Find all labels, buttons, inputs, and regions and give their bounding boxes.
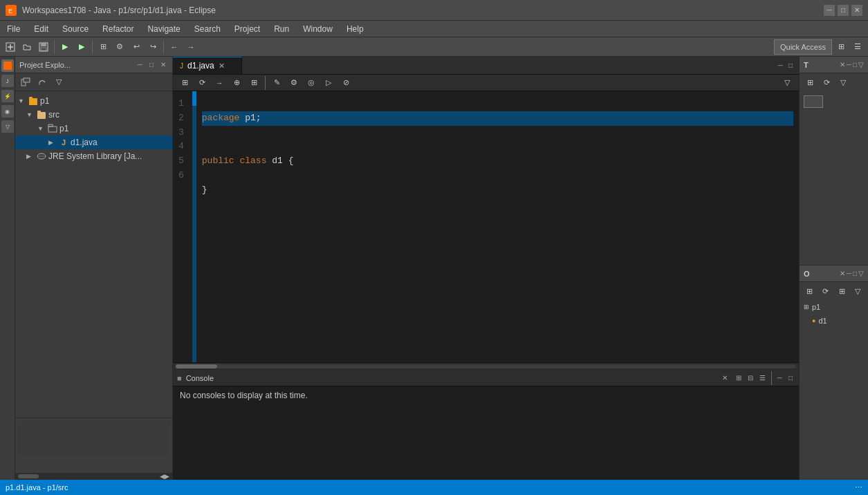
editor-toolbar-btn-5[interactable]: ⊞: [246, 75, 261, 91]
menu-edit[interactable]: Edit: [27, 21, 55, 37]
menu-help[interactable]: Help: [340, 21, 371, 37]
new-button[interactable]: [3, 39, 18, 55]
console-toolbar-3[interactable]: ☰: [757, 373, 768, 382]
editor-toolbar-btn-10[interactable]: ⊘: [338, 75, 353, 91]
tree-item-jre[interactable]: ▶ JRE System Library [Ja...: [15, 149, 172, 163]
right-top-tb-3[interactable]: ▽: [835, 75, 851, 90]
outline-tb-4[interactable]: ▽: [851, 283, 865, 299]
right-top-menu[interactable]: ▽: [858, 61, 864, 68]
console-content: No consoles to display at this time.: [173, 386, 799, 480]
tab-d1java[interactable]: J d1.java ✕: [173, 57, 242, 74]
tree-item-src[interactable]: ▼ src: [15, 108, 172, 122]
tab-close-button[interactable]: ✕: [219, 62, 225, 71]
editor-toolbar-btn-1[interactable]: ⊞: [177, 75, 192, 91]
editor-toolbar-btn-8[interactable]: ◎: [304, 75, 319, 91]
menu-project[interactable]: Project: [228, 21, 267, 37]
toolbar-btn-1[interactable]: ⊞: [95, 39, 111, 55]
editor-toolbar-btn-2[interactable]: ⟳: [194, 75, 210, 91]
menu-window[interactable]: Window: [296, 21, 340, 37]
tree-label-d1: d1.java: [71, 138, 98, 147]
back-button[interactable]: ←: [167, 39, 182, 55]
close-button[interactable]: ✕: [851, 5, 862, 16]
editor-toolbar-btn-3[interactable]: →: [212, 75, 227, 91]
menu-search[interactable]: Search: [187, 21, 228, 37]
tree-item-p1-package[interactable]: ▼ p1: [15, 122, 172, 136]
outline-d1[interactable]: ● d1: [800, 314, 868, 328]
menu-run[interactable]: Run: [267, 21, 296, 37]
tree-arrow-src: ▼: [26, 111, 35, 118]
editor-minimize[interactable]: ─: [776, 61, 785, 70]
code-line-1: package p1;: [202, 111, 793, 126]
svg-rect-10: [24, 78, 30, 82]
activity-icon-3[interactable]: ⚡: [1, 90, 14, 102]
explorer-title: Project Explo...: [19, 61, 133, 69]
right-top-tb-2[interactable]: ⟳: [819, 75, 834, 90]
scroll-right[interactable]: ▶: [165, 473, 169, 480]
console-minimize[interactable]: ─: [775, 373, 784, 382]
editor-toolbar-btn-6[interactable]: ✎: [269, 75, 284, 91]
toolbar-btn-4[interactable]: ↪: [145, 39, 160, 55]
activity-icon-4[interactable]: ◉: [1, 105, 14, 118]
right-top-min[interactable]: ─: [847, 61, 851, 68]
outline-d1-icon: ●: [812, 317, 815, 324]
right-bot-min[interactable]: ─: [847, 270, 851, 277]
explorer-close[interactable]: ✕: [158, 60, 168, 69]
menu-navigate[interactable]: Navigate: [140, 21, 187, 37]
scroll-thumb[interactable]: [176, 364, 217, 368]
editor-scroll[interactable]: [173, 362, 799, 369]
editor-toolbar-btn-4[interactable]: ⊕: [229, 75, 244, 91]
open-button[interactable]: [19, 39, 35, 55]
outline-tb-1[interactable]: ⊞: [802, 283, 817, 299]
right-bot-menu[interactable]: ▽: [858, 270, 864, 277]
tree-item-d1[interactable]: ▶ J d1.java: [15, 136, 172, 149]
tab-filename: d1.java: [187, 61, 214, 71]
editor-toolbar-btn-9[interactable]: ▷: [321, 75, 336, 91]
java-file-icon: J: [58, 138, 69, 147]
editor-toolbar-btn-7[interactable]: ⚙: [286, 75, 302, 91]
right-bot-max[interactable]: □: [853, 270, 857, 277]
tree-item-p1[interactable]: ▼ p1: [15, 94, 172, 108]
forward-button[interactable]: →: [183, 39, 198, 55]
menu-file[interactable]: File: [0, 21, 27, 37]
explorer-minimize[interactable]: ─: [136, 60, 145, 69]
outline-tb-2[interactable]: ⟳: [818, 283, 833, 299]
perspectives-btn-2[interactable]: ☰: [850, 39, 865, 55]
right-top-tb-1[interactable]: ⊞: [802, 75, 818, 90]
menu-source[interactable]: Source: [55, 21, 95, 37]
explorer-maximize[interactable]: □: [147, 60, 156, 69]
editor-content[interactable]: 1 2 3 4 5 6 package p1; public class d1 …: [173, 91, 799, 362]
run-button[interactable]: ▶: [74, 39, 89, 55]
perspectives-btn[interactable]: ⊞: [833, 39, 849, 55]
activity-icon-5[interactable]: ▽: [1, 120, 14, 133]
explorer-collapse[interactable]: [18, 75, 33, 90]
editor-maximize[interactable]: □: [786, 61, 795, 70]
console-toolbar-1[interactable]: ⊞: [734, 373, 744, 382]
explorer-view-menu[interactable]: ▽: [51, 75, 66, 90]
save-button[interactable]: [36, 39, 51, 55]
editor-sep-1: [265, 76, 266, 90]
explorer-link[interactable]: [35, 75, 50, 90]
quick-access-button[interactable]: Quick Access: [774, 39, 832, 55]
outline-tb-3[interactable]: ⊞: [835, 283, 849, 299]
console-maximize[interactable]: □: [786, 373, 795, 382]
console-toolbar-2[interactable]: ⊟: [746, 373, 755, 382]
activity-icon-2[interactable]: J: [1, 75, 14, 87]
activity-icon-1[interactable]: [1, 59, 14, 72]
right-top-max[interactable]: □: [853, 61, 857, 68]
svg-rect-7: [41, 48, 46, 50]
outline-p1[interactable]: ⊞ p1: [800, 300, 868, 314]
menu-refactor[interactable]: Refactor: [95, 21, 140, 37]
toolbar-btn-3[interactable]: ↩: [129, 39, 144, 55]
toolbar-btn-2[interactable]: ⚙: [112, 39, 127, 55]
right-top-close[interactable]: ✕: [840, 61, 845, 68]
console-close[interactable]: ✕: [720, 373, 730, 382]
scroll-left[interactable]: ◀: [160, 473, 165, 480]
status-text: p1.d1.java - p1/src: [6, 483, 68, 492]
code-editor[interactable]: package p1; public class d1 { }: [196, 91, 799, 362]
minimize-button[interactable]: ─: [824, 5, 835, 16]
maximize-button[interactable]: □: [838, 5, 849, 16]
debug-button[interactable]: ▶: [57, 39, 73, 55]
right-bot-close[interactable]: ✕: [840, 270, 845, 277]
explorer-header: Project Explo... ─ □ ✕: [15, 57, 172, 73]
editor-view-menu[interactable]: ▽: [779, 75, 795, 91]
